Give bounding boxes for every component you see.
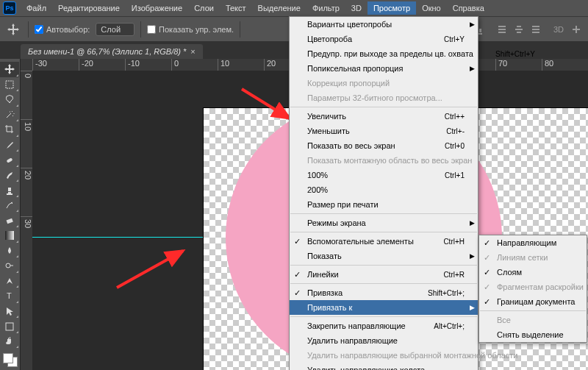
- svg-rect-26: [532, 32, 539, 33]
- menu-файл[interactable]: Файл: [21, 1, 52, 15]
- menu-item[interactable]: Попиксельная пропорция▶: [290, 61, 478, 76]
- svg-rect-30: [6, 81, 13, 88]
- menu-item[interactable]: ✓Слоям: [479, 265, 587, 280]
- move-tool-indicator: [4, 21, 22, 38]
- document-tab[interactable]: Без имени-1 @ 66,7% (Эллипс 1, RGB/8) * …: [21, 44, 203, 59]
- menu-item[interactable]: ✓Вспомогательные элементыCtrl+H: [290, 234, 478, 249]
- move-tool[interactable]: [0, 62, 19, 77]
- divider: [240, 21, 240, 38]
- eyedropper-tool[interactable]: [0, 138, 19, 153]
- menu-item: Все: [479, 313, 587, 327]
- autoselect-checkbox[interactable]: Автовыбор:: [35, 25, 90, 34]
- type-tool[interactable]: T: [0, 288, 19, 304]
- heal-tool[interactable]: [0, 152, 19, 168]
- hand-tool[interactable]: [0, 334, 19, 349]
- menu-фильтр[interactable]: Фильтр: [306, 1, 345, 15]
- menu-item[interactable]: Привязать к▶: [290, 300, 478, 315]
- menu-item-label: Показать: [307, 252, 342, 260]
- shortcut: Ctrl+Y: [422, 35, 465, 43]
- show-controls-checkbox[interactable]: Показать упр. элем.: [147, 25, 234, 34]
- foreground-color[interactable]: [3, 353, 13, 363]
- shortcut: Ctrl+0: [423, 142, 465, 150]
- menu-изображение[interactable]: Изображение: [126, 1, 188, 15]
- crop-tool[interactable]: [0, 122, 19, 138]
- menu-item-label: Предупр. при выходе за пределы цв. охват…: [307, 49, 473, 58]
- overflow-icon[interactable]: [569, 22, 584, 37]
- shortcut: Ctrl+R: [421, 271, 465, 279]
- menu-item[interactable]: Удалить направляющие: [290, 333, 478, 348]
- separator: [290, 283, 477, 284]
- svg-text:T: T: [7, 291, 12, 300]
- close-tab-icon[interactable]: ×: [190, 47, 195, 56]
- menu-item-label: Фрагментам раскройки: [497, 282, 584, 291]
- gradient-tool[interactable]: [0, 228, 19, 243]
- menu-выделение[interactable]: Выделение: [252, 1, 306, 15]
- distribute-bottom-icon[interactable]: [528, 22, 543, 37]
- menu-слои[interactable]: Слои: [188, 1, 220, 15]
- menu-item[interactable]: Размер при печати: [290, 197, 478, 212]
- menu-item[interactable]: Режимы экрана▶: [290, 216, 478, 230]
- lasso-tool[interactable]: [0, 92, 19, 107]
- menu-item[interactable]: ✓ЛинейкиCtrl+R: [290, 267, 478, 282]
- ruler-corner: [21, 59, 32, 71]
- path-select-tool[interactable]: [0, 304, 19, 319]
- menu-item[interactable]: Предупр. при выходе за пределы цв. охват…: [290, 46, 478, 61]
- menu-item[interactable]: Закрепить направляющиеAlt+Ctrl+;: [290, 319, 478, 333]
- svg-rect-21: [517, 26, 521, 27]
- dodge-tool[interactable]: [0, 258, 19, 274]
- svg-rect-17: [479, 29, 481, 32]
- annotation-arrow-2: [113, 243, 194, 295]
- menu-item[interactable]: ✓Границам документа: [479, 294, 587, 309]
- menu-3d[interactable]: 3D: [345, 1, 368, 15]
- app-logo: Ps: [3, 1, 16, 15]
- menu-item[interactable]: Показать во весь экранCtrl+0: [290, 138, 478, 153]
- blur-tool[interactable]: [0, 243, 19, 259]
- check-icon: ✓: [484, 238, 490, 248]
- brush-tool[interactable]: [0, 168, 19, 183]
- menubar: Ps ФайлРедактированиеИзображениеСлоиТекс…: [0, 0, 588, 16]
- menu-item[interactable]: 200%: [290, 182, 478, 197]
- menu-item[interactable]: Снять выделение: [479, 327, 587, 342]
- menu-item-label: Увеличить: [307, 112, 346, 121]
- autoselect-target-select[interactable]: Слой: [96, 23, 135, 36]
- menu-текст[interactable]: Текст: [220, 1, 252, 15]
- shortcut: Shift+Ctrl+Y: [473, 50, 535, 58]
- wand-tool[interactable]: [0, 107, 19, 123]
- separator: [290, 265, 477, 266]
- svg-rect-31: [7, 157, 13, 163]
- menu-item[interactable]: ✓Направляющим: [479, 235, 587, 250]
- menu-item[interactable]: ✓ПривязкаShift+Ctrl+;: [290, 285, 478, 300]
- menu-item[interactable]: Варианты цветопробы▶: [290, 17, 478, 32]
- submenu-arrow-icon: ▶: [470, 219, 475, 227]
- menu-item[interactable]: УменьшитьCtrl+-: [290, 124, 478, 138]
- shape-tool[interactable]: [0, 319, 19, 334]
- menu-item[interactable]: 100%Ctrl+1: [290, 168, 478, 182]
- menu-окно[interactable]: Окно: [416, 1, 447, 15]
- marquee-tool[interactable]: [0, 77, 19, 93]
- menu-item[interactable]: ЦветопробаCtrl+Y: [290, 32, 478, 46]
- menu-item[interactable]: Удалить направляющие холста: [290, 363, 478, 370]
- menu-item-label: Параметры 32-битного просмотра...: [307, 93, 442, 102]
- ruler-vertical[interactable]: 0102030: [21, 71, 32, 370]
- menu-редактирование[interactable]: Редактирование: [52, 1, 126, 15]
- divider: [28, 21, 29, 38]
- 3d-mode-icon[interactable]: 3D: [552, 22, 567, 37]
- menu-справка[interactable]: Справка: [447, 1, 490, 15]
- pen-tool[interactable]: [0, 274, 19, 289]
- svg-rect-25: [532, 29, 539, 30]
- color-swatches[interactable]: [3, 353, 18, 367]
- distribute-vcenter-icon[interactable]: [512, 22, 526, 37]
- menu-item-label: Все: [497, 316, 511, 324]
- menu-item-label: Линейки: [307, 270, 339, 279]
- menu-item[interactable]: Показать▶: [290, 249, 478, 263]
- shortcut: Ctrl+-: [424, 127, 465, 135]
- menu-item[interactable]: УвеличитьCtrl++: [290, 109, 478, 124]
- stamp-tool[interactable]: [0, 182, 19, 198]
- menu-item-label: Уменьшить: [307, 127, 350, 135]
- distribute-top-icon[interactable]: [495, 22, 509, 37]
- svg-rect-24: [532, 26, 539, 27]
- eraser-tool[interactable]: [0, 213, 19, 228]
- history-brush-tool[interactable]: [0, 198, 19, 213]
- svg-rect-22: [515, 29, 523, 30]
- menu-просмотр[interactable]: Просмотр: [368, 1, 416, 15]
